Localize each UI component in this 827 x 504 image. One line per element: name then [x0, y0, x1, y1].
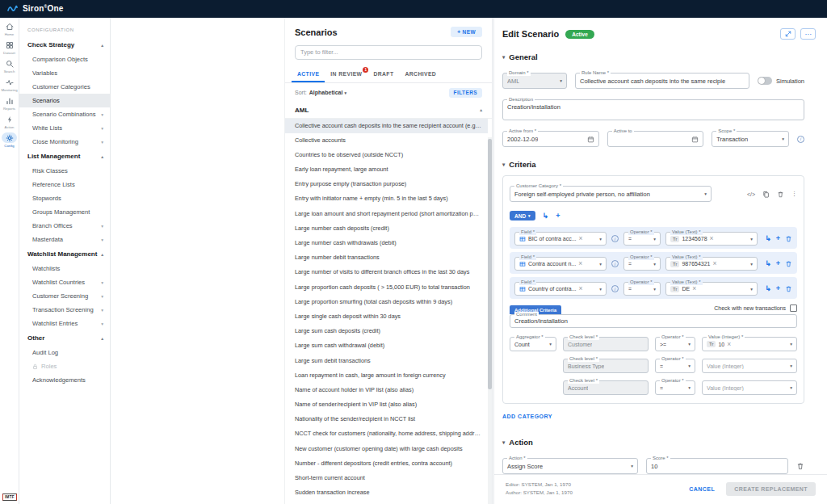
active-from-date[interactable]: Active from * 2002-12-09: [502, 131, 599, 147]
criteria-operator-select[interactable]: Operator * = ▾: [623, 257, 661, 271]
rail-item-search[interactable]: Search: [0, 58, 19, 74]
more-vert-icon[interactable]: ⋮: [791, 191, 797, 197]
scenario-list-item[interactable]: Nationality of the sender/recipient in N…: [285, 412, 488, 426]
more-options-button[interactable]: ⋯: [800, 28, 816, 40]
scope-select[interactable]: Scope * Transaction ▾: [712, 131, 789, 147]
sidebar-item[interactable]: Reference Lists: [19, 178, 110, 191]
sidebar-group-list-management[interactable]: List Management ▴: [19, 149, 110, 164]
scenario-list-item[interactable]: Collective accounts: [285, 133, 488, 148]
scenario-list-item[interactable]: New customer (customer opening date) wit…: [285, 442, 488, 456]
aggregator-operator-select[interactable]: Operator * = ▾: [655, 380, 695, 395]
branch-arrow-icon[interactable]: ↳: [765, 235, 771, 242]
description-field[interactable]: Description Creation/installation: [502, 99, 804, 120]
scenario-list-item[interactable]: Large number debit transactions: [285, 250, 488, 265]
criteria-operator-select[interactable]: Operator * = ▾: [623, 232, 661, 246]
clear-icon[interactable]: ×: [713, 260, 717, 267]
add-category-link[interactable]: ADD CATEGORY: [502, 414, 552, 419]
copy-icon[interactable]: [762, 191, 770, 198]
scenario-list-item[interactable]: Large number cash withdrawals (debit): [285, 236, 488, 250]
clear-icon[interactable]: ×: [579, 235, 583, 242]
clear-icon[interactable]: ×: [579, 285, 583, 292]
scenario-list-item[interactable]: Short-term current account: [285, 471, 488, 485]
sidebar-item[interactable]: Watchlist Entries ▾: [19, 317, 110, 330]
branch-arrow-icon[interactable]: ↳: [543, 212, 549, 220]
scenario-list-item[interactable]: Loan repayment in cash, large amount in …: [285, 368, 488, 383]
scenarios-scrollbar[interactable]: [488, 137, 492, 504]
scenario-list-item[interactable]: Large sum debit transactions: [285, 354, 488, 368]
sidebar-item[interactable]: Branch Offices ▾: [19, 219, 110, 233]
scenario-list-item[interactable]: Collective account cash deposits into th…: [285, 119, 488, 133]
rail-item-dataset[interactable]: Dataset: [0, 40, 19, 55]
value-integer-input[interactable]: Value (Integer) ▾: [702, 380, 797, 395]
tab-in-review[interactable]: IN REVIEW1: [325, 66, 367, 82]
section-action[interactable]: ▾ Action: [502, 438, 804, 447]
sidebar-item[interactable]: Watchlists: [19, 262, 110, 275]
criteria-value-input[interactable]: Value (Text) * Tr 987654321 × ▾: [665, 257, 758, 271]
criteria-field-select[interactable]: Field * Contra account n... × ▾: [514, 257, 607, 271]
rail-item-action[interactable]: Action: [0, 114, 19, 129]
expand-button[interactable]: [780, 28, 796, 40]
calendar-icon[interactable]: [691, 136, 699, 143]
sidebar-item[interactable]: Comparison Objects: [19, 52, 110, 66]
filters-button[interactable]: FILTERS: [449, 88, 482, 98]
rule-name-input[interactable]: Rule Name *: [575, 73, 749, 89]
scenario-list-item[interactable]: Name of account holder in VIP list (also…: [285, 383, 488, 397]
customer-category-select[interactable]: Customer Category * Foreign self-employe…: [510, 186, 712, 202]
sidebar-item[interactable]: Groups Management: [19, 205, 110, 219]
scenario-list-item[interactable]: NCCT check for customers (nationality, h…: [285, 426, 488, 441]
delete-criteria-icon[interactable]: [785, 260, 792, 267]
action-select[interactable]: Action * Assign Score ▾: [502, 458, 638, 474]
sidebar-item[interactable]: Customer Screening ▾: [19, 289, 110, 303]
sidebar-item[interactable]: Customer Categories: [19, 80, 110, 94]
field-info-icon[interactable]: i: [611, 235, 619, 242]
sort-select[interactable]: Alphabetical▾: [309, 90, 346, 95]
scenario-list-item[interactable]: Entry with initiator name + empty (min. …: [285, 191, 488, 206]
clear-icon[interactable]: ×: [710, 235, 714, 242]
criteria-operator-select[interactable]: Operator * = ▾: [623, 282, 661, 296]
scenario-list-item[interactable]: Large number of visits to different bran…: [285, 265, 488, 279]
sidebar-item[interactable]: Roles: [19, 359, 110, 373]
create-replacement-button[interactable]: CREATE REPLACEMENT: [726, 482, 816, 496]
sidebar-group-watchlist-management[interactable]: Watchlist Management ▴: [19, 246, 110, 262]
branch-arrow-icon[interactable]: ↳: [765, 260, 771, 267]
cancel-button[interactable]: CANCEL: [689, 486, 715, 492]
score-input[interactable]: Score *: [646, 458, 788, 474]
scenario-list-item[interactable]: Large sum cash deposits (credit): [285, 324, 488, 338]
aggregator-operator-select[interactable]: Operator * = ▾: [655, 359, 695, 373]
aggregator-operator-select[interactable]: Operator * >= ▾: [655, 337, 695, 351]
criteria-field-select[interactable]: Field * BIC of contra acc... × ▾: [514, 232, 607, 246]
clear-icon[interactable]: ×: [578, 260, 582, 267]
add-criteria-icon[interactable]: +: [776, 260, 780, 267]
rail-item-config[interactable]: Config: [0, 132, 19, 148]
sidebar-item[interactable]: Scenarios: [19, 94, 110, 107]
scenario-list-item[interactable]: Large number cash deposits (credit): [285, 221, 488, 236]
new-scenario-button[interactable]: + NEW: [451, 27, 482, 37]
scenario-list-item[interactable]: Sudden transaction increase: [285, 485, 488, 500]
criteria-field-select[interactable]: Field * Country of contra... × ▾: [514, 282, 607, 296]
clear-icon[interactable]: ×: [692, 285, 696, 292]
sidebar-item[interactable]: Variables: [19, 66, 110, 80]
scenario-list-item[interactable]: Number - different depositors (credit en…: [285, 456, 488, 471]
aggregator-select[interactable]: Aggregator * Count ▾: [510, 337, 556, 351]
scenario-list-item[interactable]: Countries to be observed (outside NCCT): [285, 148, 488, 162]
rail-item-monitoring[interactable]: Monitoring: [0, 77, 19, 92]
sidebar-item[interactable]: Masterdata ▾: [19, 233, 110, 246]
active-to-date[interactable]: Active to: [607, 131, 704, 147]
comment-input[interactable]: Comment: [510, 314, 797, 328]
delete-criteria-icon[interactable]: [785, 235, 792, 242]
sidebar-group-check-strategy[interactable]: Check Strategy ▴: [19, 37, 110, 52]
scenario-list-item[interactable]: Early loan repayment, large amount: [285, 162, 488, 177]
field-info-icon[interactable]: i: [611, 260, 619, 267]
rail-item-reports[interactable]: Reports: [0, 95, 19, 111]
sidebar-item[interactable]: White Lists ▾: [19, 121, 110, 135]
criteria-value-input[interactable]: Value (Text) * Tr DE × ▾: [665, 282, 758, 296]
add-condition-icon[interactable]: +: [556, 212, 560, 220]
simulation-toggle[interactable]: [758, 77, 772, 85]
criteria-value-input[interactable]: Value (Text) * Tr 12345678 × ▾: [665, 232, 758, 246]
value-integer-input[interactable]: Value (Integer) ▾: [702, 359, 797, 373]
scenario-filter-input[interactable]: [295, 45, 482, 60]
sidebar-item[interactable]: Close Monitoring ▾: [19, 135, 110, 149]
scenario-list-item[interactable]: Large proportion smurfing (total cash de…: [285, 295, 488, 309]
code-icon[interactable]: </>: [747, 191, 755, 197]
clear-icon[interactable]: ×: [727, 341, 731, 348]
